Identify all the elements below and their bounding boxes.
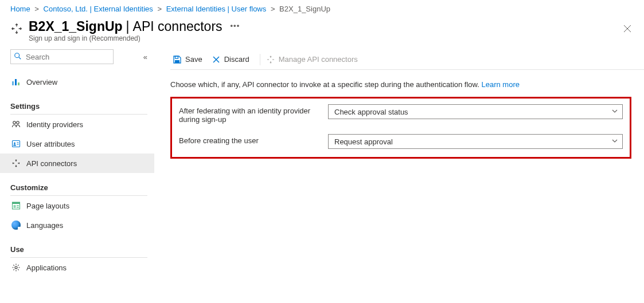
toolbar: Save Discard Manage API connectors [170, 49, 644, 70]
sidebar-item-label: Overview [26, 78, 57, 86]
sidebar-item-overview[interactable]: Overview [0, 72, 154, 92]
save-icon [173, 55, 182, 64]
svg-rect-7 [13, 141, 20, 147]
svg-rect-3 [15, 79, 17, 85]
svg-point-8 [14, 143, 15, 144]
sidebar: « Overview Settings Identity providers U… [0, 49, 154, 277]
svg-point-0 [15, 53, 19, 58]
globe-icon [11, 221, 21, 230]
divider [260, 54, 260, 65]
svg-rect-15 [17, 207, 19, 208]
page-title: B2X_1_SignUp | API connectors ••• [29, 19, 634, 34]
gear-icon [11, 263, 21, 272]
sidebar-section-settings: Settings [10, 102, 154, 111]
form-label: After federating with an identity provid… [179, 104, 328, 124]
page-header: B2X_1_SignUp | API connectors ••• Sign u… [0, 15, 644, 49]
breadcrumb-link[interactable]: Home [10, 5, 30, 13]
svg-point-16 [15, 266, 17, 269]
form-highlighted-region: After federating with an identity provid… [170, 97, 631, 159]
overview-icon [11, 77, 21, 86]
select-before-creating[interactable]: Request approval [328, 134, 623, 149]
sidebar-item-identity-providers[interactable]: Identity providers [0, 115, 154, 134]
save-button[interactable]: Save [170, 49, 209, 70]
svg-rect-2 [12, 81, 14, 85]
discard-icon [212, 55, 221, 64]
sidebar-item-label: Identity providers [26, 120, 83, 129]
page-layouts-icon [11, 201, 21, 210]
form-row-after-federating: After federating with an identity provid… [179, 104, 623, 124]
page-subtitle: Sign up and sign in (Recommended) [29, 34, 634, 42]
user-attributes-icon [11, 139, 21, 148]
sidebar-item-applications[interactable]: Applications [0, 258, 154, 277]
chevron-right-icon: > [34, 5, 39, 13]
main-content: Save Discard Manage API connectors Choos… [154, 49, 644, 277]
chevron-right-icon: > [157, 5, 162, 13]
breadcrumb-link[interactable]: External Identities | User flows [166, 5, 267, 13]
svg-line-1 [19, 57, 21, 60]
sidebar-item-languages[interactable]: Languages [0, 215, 154, 235]
breadcrumb: Home > Contoso, Ltd. | External Identiti… [0, 0, 644, 15]
sidebar-item-label: Page layouts [26, 202, 69, 210]
search-input[interactable] [10, 49, 114, 64]
breadcrumb-link[interactable]: Contoso, Ltd. | External Identities [44, 5, 153, 13]
collapse-sidebar-button[interactable]: « [143, 53, 147, 61]
sidebar-item-label: API connectors [26, 159, 77, 168]
form-label: Before creating the user [179, 134, 328, 145]
breadcrumb-current: B2X_1_SignUp [279, 5, 330, 13]
select-after-federating[interactable]: Check approval status [328, 104, 623, 119]
close-button[interactable] [623, 25, 631, 34]
sidebar-item-label: Applications [26, 263, 67, 272]
sidebar-item-user-attributes[interactable]: User attributes [0, 134, 154, 154]
api-connectors-icon [266, 55, 275, 64]
sidebar-search [10, 49, 114, 64]
intro-text: Choose which, if any, API connector to i… [170, 80, 631, 89]
sidebar-section-customize: Customize [10, 183, 154, 192]
api-connectors-icon [11, 159, 21, 168]
manage-api-connectors-button: Manage API connectors [264, 49, 365, 70]
form-row-before-creating: Before creating the user Request approva… [179, 134, 623, 149]
svg-rect-12 [13, 202, 20, 204]
sidebar-item-label: Languages [26, 221, 63, 230]
sidebar-item-label: User attributes [26, 140, 75, 148]
sidebar-item-page-layouts[interactable]: Page layouts [0, 196, 154, 215]
svg-rect-4 [18, 82, 19, 85]
more-button[interactable]: ••• [231, 22, 240, 29]
svg-point-6 [17, 121, 19, 124]
sidebar-item-api-connectors[interactable]: API connectors [0, 154, 154, 173]
discard-button[interactable]: Discard [209, 49, 256, 70]
sidebar-section-use: Use [10, 245, 154, 254]
svg-rect-14 [17, 205, 19, 206]
user-flow-icon [10, 22, 23, 37]
learn-more-link[interactable]: Learn more [481, 80, 519, 89]
search-icon [14, 52, 22, 60]
svg-rect-17 [175, 56, 178, 58]
identity-icon [11, 120, 21, 129]
svg-rect-13 [14, 205, 16, 208]
svg-point-5 [13, 121, 15, 124]
svg-rect-18 [175, 60, 179, 63]
chevron-right-icon: > [271, 5, 275, 13]
